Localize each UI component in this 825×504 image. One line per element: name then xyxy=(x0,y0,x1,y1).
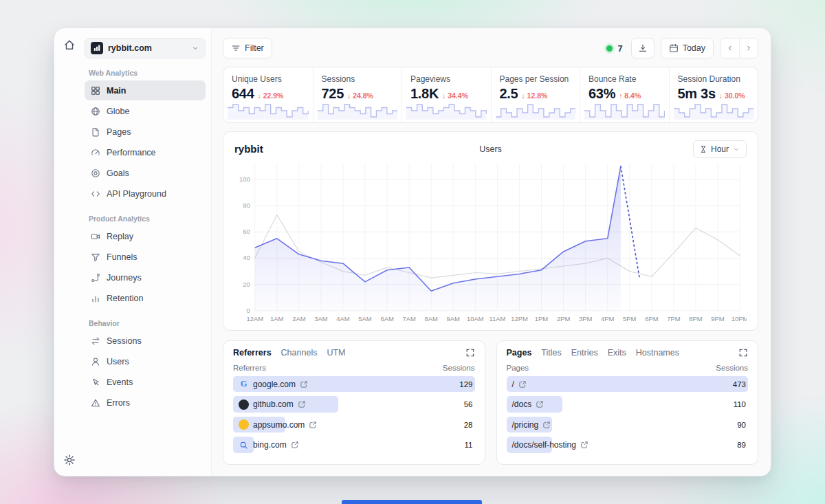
sidebar-item-users[interactable]: Users xyxy=(85,351,206,371)
svg-text:10AM: 10AM xyxy=(467,315,484,322)
sidebar-item-label: Pages xyxy=(107,127,131,137)
interval-label: Hour xyxy=(711,144,729,154)
external-link-icon xyxy=(518,380,527,388)
sidebar-item-errors[interactable]: Errors xyxy=(85,393,206,413)
table-row[interactable]: bing.com 11 xyxy=(233,437,475,453)
cursor-icon xyxy=(91,377,100,387)
sidebar-item-globe[interactable]: Globe xyxy=(85,101,206,121)
nav-section-label: Behavior xyxy=(89,319,201,327)
stat-bounce-rate[interactable]: Bounce Rate 63% ↑ 8.4% xyxy=(580,67,669,122)
sidebar-item-replay[interactable]: Replay xyxy=(85,226,206,246)
external-link-icon xyxy=(580,441,588,449)
sidebar-item-label: API Playground xyxy=(107,189,166,199)
table-row[interactable]: G google.com 129 xyxy=(233,376,475,393)
chart-brand: rybbit xyxy=(234,143,263,155)
sidebar-item-sessions[interactable]: Sessions xyxy=(85,331,206,351)
sidebar-item-goals[interactable]: Goals xyxy=(85,163,206,183)
tab-channels[interactable]: Channels xyxy=(281,348,318,358)
sidebar-item-pages[interactable]: Pages xyxy=(85,122,206,142)
sidebar-item-label: Globe xyxy=(107,107,129,116)
row-value: 11 xyxy=(465,441,475,449)
sidebar-item-label: Performance xyxy=(107,148,156,157)
date-pager xyxy=(720,38,758,58)
sidebar-item-events[interactable]: Events xyxy=(85,372,206,392)
column-header: Sessions xyxy=(443,364,475,372)
table-row[interactable]: appsumo.com 28 xyxy=(233,417,475,433)
home-icon[interactable] xyxy=(63,39,76,51)
trend-arrow-icon: ↓ xyxy=(442,91,446,100)
stat-change: ↓ 34.4% xyxy=(442,91,468,100)
trend-arrow-icon: ↓ xyxy=(521,91,525,100)
date-range-button[interactable]: Today xyxy=(661,38,714,58)
row-value: 129 xyxy=(459,380,474,388)
stat-session-duration[interactable]: Session Duration 5m 3s ↓ 30.0% xyxy=(669,67,758,122)
expand-icon[interactable] xyxy=(465,348,475,358)
interval-select[interactable]: Hour xyxy=(693,140,747,158)
left-rail xyxy=(54,28,85,476)
tab-exits[interactable]: Exits xyxy=(608,348,626,358)
table-row[interactable]: /docs 110 xyxy=(507,396,749,413)
tab-referrers[interactable]: Referrers xyxy=(233,348,272,358)
filter-button[interactable]: Filter xyxy=(223,38,272,58)
filter-label: Filter xyxy=(245,43,264,53)
file-icon xyxy=(91,127,100,137)
table-row[interactable]: /docs/self-hosting 89 xyxy=(507,437,749,453)
stat-value: 725 xyxy=(322,86,344,102)
sidebar-item-funnels[interactable]: Funnels xyxy=(85,247,206,267)
live-dot-icon xyxy=(606,45,613,52)
svg-text:10PM: 10PM xyxy=(732,315,747,322)
sidebar-item-retention[interactable]: Retention xyxy=(85,288,206,308)
row-label: /pricing xyxy=(512,420,539,430)
table-row[interactable]: /pricing 90 xyxy=(507,417,749,433)
stat-label: Unique Users xyxy=(232,74,305,84)
chevron-right-icon xyxy=(745,44,753,52)
stat-change: ↓ 12.8% xyxy=(521,91,547,100)
trend-arrow-icon: ↓ xyxy=(257,91,261,100)
download-button[interactable] xyxy=(631,38,654,58)
stat-pages-per-session[interactable]: Pages per Session 2.5 ↓ 12.8% xyxy=(491,67,580,122)
sidebar-item-main[interactable]: Main xyxy=(85,80,206,100)
tab-utm[interactable]: UTM xyxy=(327,348,345,358)
stat-pageviews[interactable]: Pageviews 1.8K ↓ 34.4% xyxy=(402,67,491,122)
stat-value: 63% xyxy=(588,86,615,102)
sidebar-item-journeys[interactable]: Journeys xyxy=(85,267,206,287)
camera-icon xyxy=(91,232,100,241)
svg-text:7AM: 7AM xyxy=(402,315,416,322)
stat-label: Pages per Session xyxy=(500,74,572,84)
live-users[interactable]: 7 xyxy=(606,43,622,54)
nav-section-label: Web Analytics xyxy=(89,69,201,77)
table-row[interactable]: github.com 56 xyxy=(233,396,475,413)
sparkline-chart xyxy=(674,103,754,120)
tab-titles[interactable]: Titles xyxy=(541,348,561,358)
sidebar: rybbit.com Web Analytics Main Globe Page… xyxy=(85,28,211,476)
svg-text:3PM: 3PM xyxy=(579,315,593,322)
users-line-chart[interactable]: 02040608010012AM1AM2AM3AM4AM5AM6AM7AM8AM… xyxy=(234,160,747,326)
site-selector[interactable]: rybbit.com xyxy=(85,38,206,58)
column-header: Referrers xyxy=(233,364,266,372)
tab-pages[interactable]: Pages xyxy=(507,348,532,358)
settings-gear-icon[interactable] xyxy=(63,454,76,466)
next-period-button[interactable] xyxy=(739,39,758,58)
background-artifact-bar xyxy=(342,500,482,504)
sidebar-item-performance[interactable]: Performance xyxy=(85,142,206,162)
stat-sessions[interactable]: Sessions 725 ↓ 24.8% xyxy=(313,67,402,122)
previous-period-button[interactable] xyxy=(720,39,739,58)
tab-hostnames[interactable]: Hostnames xyxy=(636,348,679,358)
expand-icon[interactable] xyxy=(738,348,748,358)
svg-text:9PM: 9PM xyxy=(711,315,725,322)
sidebar-item-api-playground[interactable]: API Playground xyxy=(85,184,206,204)
svg-text:12AM: 12AM xyxy=(246,315,263,322)
stat-label: Session Duration xyxy=(678,74,750,84)
pages-card: Pages Titles Entries Exits Hostnames Pag… xyxy=(496,340,759,465)
svg-text:9AM: 9AM xyxy=(447,315,461,322)
row-value: 473 xyxy=(733,380,748,388)
column-header: Pages xyxy=(507,364,529,372)
tab-entries[interactable]: Entries xyxy=(571,348,598,358)
table-row[interactable]: / 473 xyxy=(507,376,749,393)
globe-icon xyxy=(91,107,100,116)
stat-unique-users[interactable]: Unique Users 644 ↓ 22.9% xyxy=(223,67,313,122)
stat-label: Sessions xyxy=(322,74,394,84)
svg-text:2AM: 2AM xyxy=(292,315,306,322)
sidebar-item-label: Events xyxy=(107,377,133,387)
stat-value: 1.8K xyxy=(410,86,439,102)
